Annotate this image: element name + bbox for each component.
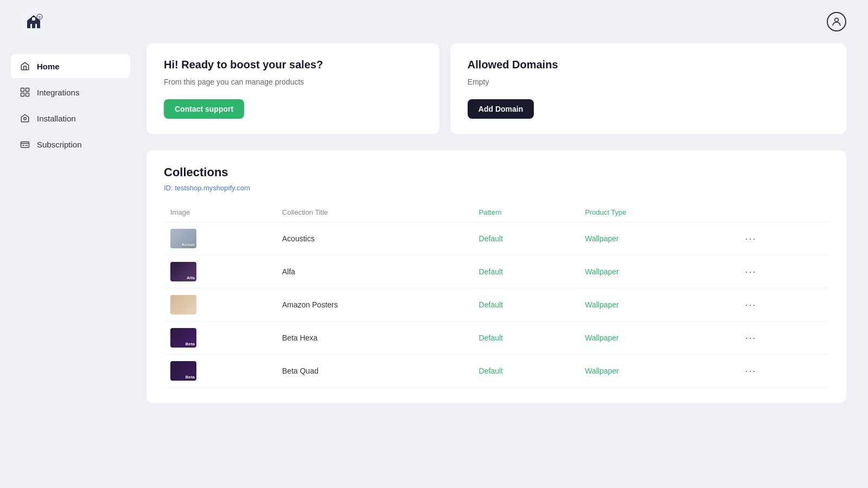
- sidebar-installation-label: Installation: [37, 114, 76, 123]
- cell-pattern: Default: [473, 355, 579, 388]
- main-content: Hi! Ready to boost your sales? From this…: [141, 43, 868, 403]
- cell-pattern: Default: [473, 322, 579, 355]
- table-row: Beta Beta Hexa Default Wallpaper ···: [164, 322, 829, 355]
- row-more-button[interactable]: ···: [741, 231, 761, 247]
- thumb-label-text: Beta: [186, 375, 195, 380]
- installation-icon: [20, 113, 30, 124]
- logo-area: ?: [22, 10, 46, 34]
- cell-title: Acoustics: [276, 222, 473, 255]
- thumb-label-text: Acous: [182, 242, 195, 247]
- table-header: Image Collection Title Pattern Product T…: [164, 203, 829, 222]
- table-row: Alfa Alfa Default Wallpaper ···: [164, 255, 829, 288]
- table-row: Acous Acoustics Default Wallpaper ···: [164, 222, 829, 255]
- cell-image: Beta: [164, 355, 276, 388]
- cell-actions: ···: [734, 322, 829, 355]
- row-more-button[interactable]: ···: [741, 330, 761, 346]
- cell-image: Acous: [164, 222, 276, 255]
- table-row: Amazon Posters Default Wallpaper ···: [164, 288, 829, 322]
- sidebar-item-integrations[interactable]: Integrations: [11, 80, 130, 104]
- cell-pattern: Default: [473, 255, 579, 288]
- welcome-card-subtitle: From this page you can manage products: [164, 78, 422, 86]
- row-more-button[interactable]: ···: [741, 363, 761, 379]
- domains-empty-label: Empty: [468, 78, 829, 86]
- svg-rect-7: [26, 88, 29, 92]
- sidebar-subscription-label: Subscription: [37, 140, 82, 149]
- cell-image: Alfa: [164, 255, 276, 288]
- col-header-pattern: Pattern: [473, 203, 579, 222]
- sidebar: Home Integrations Installation: [0, 43, 141, 403]
- app-logo-icon: ?: [22, 10, 46, 34]
- table-row: Beta Beta Quad Default Wallpaper ···: [164, 355, 829, 388]
- cell-product-type: Wallpaper: [578, 322, 734, 355]
- row-more-button[interactable]: ···: [741, 297, 761, 313]
- svg-rect-6: [21, 88, 24, 92]
- integrations-icon: [20, 87, 30, 98]
- thumb-label-text: Alfa: [187, 275, 195, 280]
- collections-shop-id: ID: testshop.myshopify.com: [164, 184, 829, 192]
- collection-thumbnail: Acous: [170, 229, 196, 248]
- cell-actions: ···: [734, 288, 829, 322]
- allowed-domains-card: Allowed Domains Empty Add Domain: [450, 43, 846, 134]
- thumb-label-text: Beta: [186, 342, 195, 346]
- svg-rect-9: [26, 93, 29, 97]
- welcome-card-title: Hi! Ready to boost your sales?: [164, 59, 422, 71]
- subscription-icon: [20, 139, 30, 150]
- home-icon: [20, 61, 30, 72]
- collection-thumbnail: Alfa: [170, 262, 196, 281]
- contact-support-button[interactable]: Contact support: [164, 99, 244, 119]
- cell-title: Beta Quad: [276, 355, 473, 388]
- cell-actions: ···: [734, 355, 829, 388]
- collections-table: Image Collection Title Pattern Product T…: [164, 203, 829, 388]
- cell-actions: ···: [734, 255, 829, 288]
- sidebar-item-subscription[interactable]: Subscription: [11, 132, 130, 156]
- collections-section: Collections ID: testshop.myshopify.com I…: [146, 150, 846, 403]
- col-header-title: Collection Title: [276, 203, 473, 222]
- row-more-button[interactable]: ···: [741, 264, 761, 280]
- top-header: ?: [0, 0, 868, 43]
- sidebar-home-label: Home: [37, 62, 60, 71]
- add-domain-button[interactable]: Add Domain: [468, 99, 534, 119]
- cell-pattern: Default: [473, 288, 579, 322]
- table-body: Acous Acoustics Default Wallpaper ··· Al…: [164, 222, 829, 388]
- svg-rect-2: [32, 17, 35, 21]
- col-header-product-type: Product Type: [578, 203, 734, 222]
- welcome-card: Hi! Ready to boost your sales? From this…: [146, 43, 439, 134]
- svg-rect-11: [21, 142, 29, 148]
- cell-title: Alfa: [276, 255, 473, 288]
- sidebar-item-home[interactable]: Home: [11, 54, 130, 78]
- cell-image: Beta: [164, 322, 276, 355]
- collection-thumbnail: Beta: [170, 361, 196, 381]
- svg-rect-8: [21, 93, 24, 97]
- sidebar-integrations-label: Integrations: [37, 88, 79, 97]
- cell-pattern: Default: [473, 222, 579, 255]
- allowed-domains-title: Allowed Domains: [468, 59, 829, 71]
- collection-thumbnail: Beta: [170, 328, 196, 348]
- page-layout: Home Integrations Installation: [0, 43, 868, 425]
- svg-text:?: ?: [39, 16, 41, 20]
- cell-product-type: Wallpaper: [578, 255, 734, 288]
- collections-title: Collections: [164, 165, 829, 179]
- user-account-icon[interactable]: [827, 12, 846, 31]
- svg-point-5: [835, 18, 839, 22]
- cell-image: [164, 288, 276, 322]
- cell-product-type: Wallpaper: [578, 288, 734, 322]
- collection-thumbnail: [170, 295, 196, 314]
- svg-point-10: [24, 118, 27, 120]
- cell-product-type: Wallpaper: [578, 355, 734, 388]
- cell-title: Beta Hexa: [276, 322, 473, 355]
- cell-actions: ···: [734, 222, 829, 255]
- sidebar-item-installation[interactable]: Installation: [11, 106, 130, 130]
- cell-product-type: Wallpaper: [578, 222, 734, 255]
- cell-title: Amazon Posters: [276, 288, 473, 322]
- svg-rect-1: [32, 24, 35, 28]
- top-cards-row: Hi! Ready to boost your sales? From this…: [146, 43, 846, 134]
- col-header-image: Image: [164, 203, 276, 222]
